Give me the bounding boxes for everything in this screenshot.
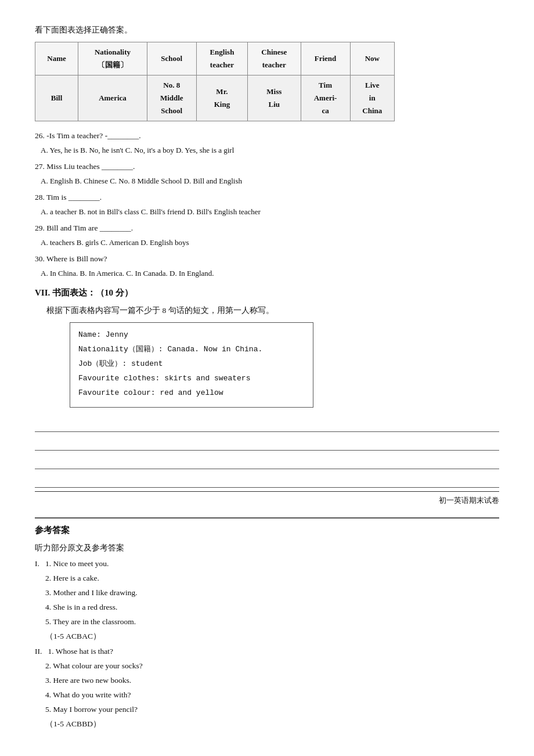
writing-line-2[interactable] xyxy=(35,434,499,451)
part-i-line-1: 1. Nice to meet you. xyxy=(45,559,109,568)
part-i-line-4: 4. She is in a red dress. xyxy=(35,601,499,614)
cell-school: No. 8MiddleSchool xyxy=(147,75,196,121)
part-ii-line-3: 3. Here are two new books. xyxy=(35,674,499,687)
jenny-job: Job（职业）: student xyxy=(78,358,305,370)
page-label: 初一英语期末试卷 xyxy=(35,491,499,507)
question-29-choices: A. teachers B. girls C. American D. Engl… xyxy=(35,236,499,249)
jenny-name: Name: Jenny xyxy=(78,329,305,341)
answer-section: 参考答案 听力部分原文及参考答案 I. 1. Nice to meet you.… xyxy=(35,517,499,731)
cell-friend: TimAmeri-ca xyxy=(301,75,350,121)
cell-english-teacher: Mr.King xyxy=(196,75,247,121)
col-header-school: School xyxy=(147,42,196,75)
cell-name: Bill xyxy=(35,75,78,121)
answer-section-title: 参考答案 xyxy=(35,523,499,538)
table-row: Bill America No. 8MiddleSchool Mr.King M… xyxy=(35,75,395,121)
jenny-clothes: Favourite clothes: skirts and sweaters xyxy=(78,372,305,385)
part-ii-result: （1-5 ACBBD） xyxy=(35,718,499,731)
writing-lines-area xyxy=(35,416,499,488)
part-ii-line-5: 5. May I borrow your pencil? xyxy=(35,703,499,717)
writing-line-1[interactable] xyxy=(35,416,499,432)
jenny-info-table: Name: Jenny Nationality（国籍）: Canada. Now… xyxy=(70,322,313,408)
part-ii-title: II. 1. Whose hat is that? xyxy=(35,645,499,658)
jenny-colour: Favourite colour: red and yellow xyxy=(78,387,305,399)
question-26-text: 26. -Is Tim a teacher? -________. xyxy=(35,129,499,143)
table-instruction: 看下面图表选择正确答案。 xyxy=(35,23,499,37)
question-30-text: 30. Where is Bill now? xyxy=(35,253,499,266)
questions-section: 26. -Is Tim a teacher? -________. A. Yes… xyxy=(35,129,499,280)
part-i-result: （1-5 ACBAC） xyxy=(35,630,499,643)
part-ii-line-4: 4. What do you write with? xyxy=(35,689,499,702)
cell-now: LiveinChina xyxy=(350,75,394,121)
sub-instruction: 根据下面表格内容写一篇不少于 8 句话的短文，用第一人称写。 xyxy=(35,304,499,318)
writing-line-3[interactable] xyxy=(35,453,499,469)
part-i-line-5: 5. They are in the classroom. xyxy=(35,615,499,629)
question-29-text: 29. Bill and Tim are ________. xyxy=(35,222,499,235)
col-header-friend: Friend xyxy=(301,42,350,75)
col-header-nationality: Nationality〔国籍〕 xyxy=(78,42,147,75)
col-header-now: Now xyxy=(350,42,394,75)
part-ii-line-1: 1. Whose hat is that? xyxy=(48,647,114,656)
jenny-nationality: Nationality（国籍）: Canada. Now in China. xyxy=(78,343,305,356)
question-26-choices: A. Yes, he is B. No, he isn't C. No, it'… xyxy=(35,144,499,157)
part-i-title: I. 1. Nice to meet you. xyxy=(35,557,499,571)
question-30-choices: A. In China. B. In America. C. In Canada… xyxy=(35,267,499,280)
question-27-choices: A. English B. Chinese C. No. 8 Middle Sc… xyxy=(35,175,499,188)
question-28-text: 28. Tim is ________. xyxy=(35,191,499,204)
section-vii-header: VII. 书面表达：（10 分） xyxy=(35,286,499,301)
part-ii-line-2: 2. What colour are your socks? xyxy=(35,660,499,673)
col-header-name: Name xyxy=(35,42,78,75)
question-28-choices: A. a teacher B. not in Bill's class C. B… xyxy=(35,206,499,218)
info-table: Name Nationality〔国籍〕 School Englishteach… xyxy=(35,42,395,121)
col-header-chinese-teacher: Chineseteacher xyxy=(248,42,301,75)
cell-nationality: America xyxy=(78,75,147,121)
question-27-text: 27. Miss Liu teaches ________. xyxy=(35,160,499,174)
part-i-line-2: 2. Here is a cake. xyxy=(35,572,499,585)
cell-chinese-teacher: MissLiu xyxy=(248,75,301,121)
col-header-english-teacher: Englishteacher xyxy=(196,42,247,75)
listening-title: 听力部分原文及参考答案 xyxy=(35,542,499,555)
part-i-line-3: 3. Mother and I like drawing. xyxy=(35,586,499,600)
writing-line-4[interactable] xyxy=(35,471,499,488)
